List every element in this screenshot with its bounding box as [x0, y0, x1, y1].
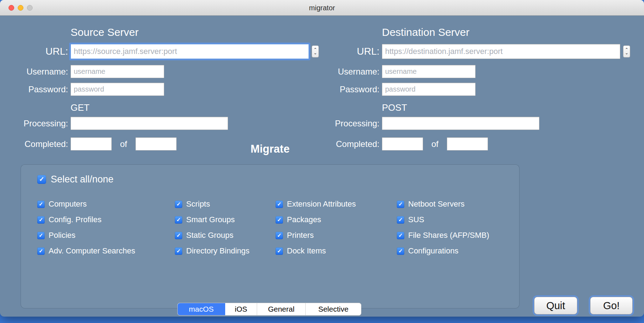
checkbox-dock-items[interactable]: ✓ Dock Items	[276, 246, 356, 256]
checkmark-icon: ✓	[39, 217, 43, 223]
checkbox-netboot-servers[interactable]: ✓ Netboot Servers	[397, 199, 489, 209]
checkmark-icon: ✓	[277, 248, 282, 254]
stepper-down-icon: ⌄	[625, 51, 628, 55]
destination-method-label: POST	[382, 102, 407, 113]
traffic-lights	[9, 5, 33, 11]
source-processing-label: Processing:	[0, 117, 68, 130]
checkbox-label: Dock Items	[287, 246, 326, 256]
checkbox-box: ✓	[175, 232, 182, 239]
destination-processing-field[interactable]	[382, 117, 539, 130]
checkbox-label: Computers	[49, 199, 87, 209]
checkmark-icon: ✓	[277, 232, 282, 239]
checkmark-icon: ✓	[398, 217, 403, 223]
source-username-label: Username:	[0, 65, 68, 78]
checkbox-label: Config. Profiles	[49, 215, 101, 224]
window-title: migrator	[0, 0, 644, 16]
checkbox-directory-bindings[interactable]: ✓ Directory Bindings	[175, 246, 250, 256]
tab-selective[interactable]: Selective	[306, 303, 361, 315]
source-method-label: GET	[71, 102, 89, 113]
migrate-column-1: ✓ Computers ✓ Config. Profiles ✓ Policie…	[37, 199, 135, 256]
tab-ios[interactable]: iOS	[225, 303, 257, 315]
checkbox-policies[interactable]: ✓ Policies	[37, 230, 135, 241]
checkbox-box: ✓	[397, 216, 404, 224]
minimize-button[interactable]	[18, 5, 23, 11]
checkbox-packages[interactable]: ✓ Packages	[276, 214, 356, 225]
migrate-column-4: ✓ Netboot Servers ✓ SUS ✓ File Shares (A…	[397, 199, 489, 256]
checkbox-box: ✓	[397, 201, 404, 208]
tab-macos[interactable]: macOS	[178, 303, 225, 315]
migrate-heading: Migrate	[21, 143, 520, 155]
checkbox-printers[interactable]: ✓ Printers	[276, 230, 356, 241]
destination-url-label: URL:	[311, 44, 379, 59]
checkbox-label: Netboot Servers	[408, 199, 465, 209]
source-password-input[interactable]	[71, 83, 164, 96]
checkbox-box: ✓	[276, 232, 283, 239]
checkmark-icon: ✓	[398, 248, 403, 254]
checkbox-box: ✓	[37, 232, 45, 239]
checkbox-label: Extension Attributes	[287, 199, 356, 209]
checkbox-static-groups[interactable]: ✓ Static Groups	[175, 230, 250, 241]
checkmark-icon: ✓	[398, 232, 403, 239]
quit-button[interactable]: Quit	[534, 297, 577, 314]
checkbox-select-all[interactable]: ✓ Select all/none	[37, 173, 113, 185]
checkmark-icon: ✓	[39, 175, 44, 183]
tab-general[interactable]: General	[257, 303, 306, 315]
titlebar: migrator	[0, 0, 644, 16]
source-url-label: URL:	[0, 44, 68, 59]
checkbox-adv-computer-searches[interactable]: ✓ Adv. Computer Searches	[37, 246, 135, 256]
source-server-section: Source Server URL: ⌃ ⌄ Username: Passwor…	[0, 16, 322, 161]
checkbox-box: ✓	[175, 247, 182, 255]
source-username-input[interactable]	[71, 65, 164, 78]
checkmark-icon: ✓	[176, 232, 181, 239]
checkbox-label: SUS	[408, 215, 424, 224]
source-processing-field[interactable]	[71, 117, 228, 130]
checkbox-label: Packages	[287, 215, 321, 224]
destination-processing-label: Processing:	[311, 117, 379, 130]
source-heading: Source Server	[71, 26, 139, 38]
close-button[interactable]	[9, 5, 14, 11]
checkbox-extension-attributes[interactable]: ✓ Extension Attributes	[276, 199, 356, 209]
destination-username-input[interactable]	[382, 65, 476, 78]
checkbox-box: ✓	[37, 201, 45, 208]
checkbox-box: ✓	[276, 201, 283, 208]
checkbox-label: Adv. Computer Searches	[49, 246, 135, 256]
migrate-column-2: ✓ Scripts ✓ Smart Groups ✓ Static Groups…	[175, 199, 250, 256]
checkbox-box: ✓	[397, 247, 404, 255]
checkbox-label: Scripts	[186, 199, 210, 209]
checkbox-config-profiles[interactable]: ✓ Config. Profiles	[37, 214, 135, 225]
checkbox-configurations[interactable]: ✓ Configurations	[397, 246, 489, 256]
destination-url-stepper[interactable]: ⌃ ⌄	[623, 45, 630, 58]
checkbox-label: Smart Groups	[186, 215, 235, 224]
checkbox-label: Static Groups	[186, 231, 233, 240]
zoom-button[interactable]	[27, 5, 33, 11]
checkbox-label: File Shares (AFP/SMB)	[408, 231, 489, 240]
checkbox-label: Printers	[287, 231, 314, 240]
source-password-label: Password:	[0, 83, 68, 96]
app-window: migrator Source Server URL: ⌃ ⌄ Username…	[0, 0, 644, 317]
checkbox-box: ✓	[37, 247, 45, 255]
checkbox-box: ✓	[37, 216, 45, 224]
checkmark-icon: ✓	[277, 201, 282, 207]
checkbox-computers[interactable]: ✓ Computers	[37, 199, 135, 209]
go-button[interactable]: Go!	[590, 297, 633, 314]
checkmark-icon: ✓	[176, 248, 181, 254]
source-url-input[interactable]	[71, 44, 309, 59]
checkmark-icon: ✓	[39, 201, 43, 207]
checkbox-label: Policies	[49, 231, 76, 240]
checkbox-box: ✓	[276, 247, 283, 255]
destination-password-input[interactable]	[382, 83, 476, 96]
checkbox-sus[interactable]: ✓ SUS	[397, 214, 489, 225]
migrate-column-3: ✓ Extension Attributes ✓ Packages ✓ Prin…	[276, 199, 356, 256]
checkbox-smart-groups[interactable]: ✓ Smart Groups	[175, 214, 250, 225]
checkbox-label: Select all/none	[51, 174, 113, 185]
destination-password-label: Password:	[311, 83, 379, 96]
checkbox-file-shares[interactable]: ✓ File Shares (AFP/SMB)	[397, 230, 489, 241]
checkbox-label: Configurations	[408, 246, 459, 256]
destination-server-section: Destination Server URL: ⌃ ⌄ Username: Pa…	[311, 16, 633, 161]
checkbox-scripts[interactable]: ✓ Scripts	[175, 199, 250, 209]
migrate-panel: ✓ Select all/none ✓ Computers ✓ Config. …	[21, 164, 520, 308]
destination-url-input[interactable]	[382, 44, 620, 59]
checkbox-box: ✓	[175, 216, 182, 224]
checkbox-box: ✓	[397, 232, 404, 239]
checkbox-box: ✓	[276, 216, 283, 224]
